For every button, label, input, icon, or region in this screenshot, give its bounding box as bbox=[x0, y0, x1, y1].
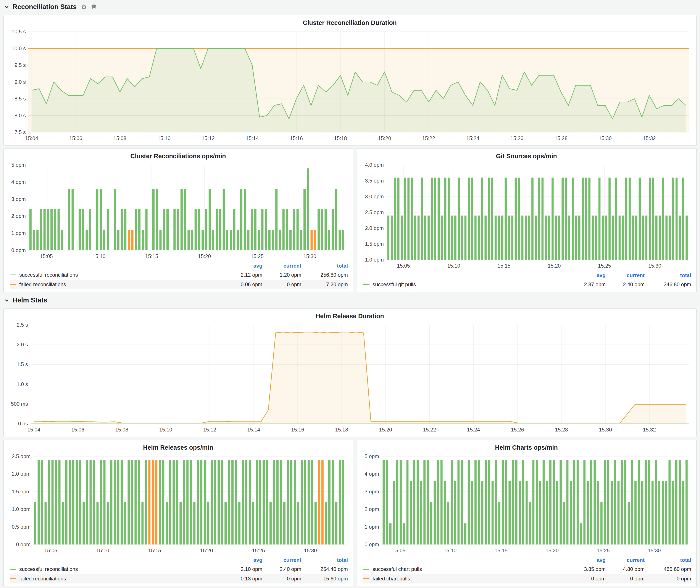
legend-row: failed reconciliations 0.06 opm 0 opm 7.… bbox=[10, 280, 348, 289]
legend-avg-header[interactable]: avg bbox=[567, 272, 606, 278]
legend-current-header[interactable]: current bbox=[606, 557, 645, 563]
svg-text:15:10: 15:10 bbox=[159, 427, 172, 433]
legend-avg-value: 2.10 opm bbox=[223, 566, 262, 572]
panel-title[interactable]: Cluster Reconciliation Duration bbox=[7, 18, 693, 29]
svg-text:15:30: 15:30 bbox=[599, 427, 612, 433]
svg-text:1.0 opm: 1.0 opm bbox=[365, 257, 384, 263]
series-marker bbox=[10, 275, 16, 275]
legend-current-value: 2.40 opm bbox=[606, 281, 645, 288]
svg-text:3 opm: 3 opm bbox=[11, 196, 26, 202]
svg-text:15:20: 15:20 bbox=[378, 135, 391, 141]
helm-releases-ops-chart[interactable]: 0 opm0.5 opm1.0 opm1.5 opm2.0 opm2.5 opm… bbox=[7, 453, 350, 556]
section-reconciliation-stats[interactable]: Reconciliation Stats ⚙ bbox=[3, 2, 697, 12]
series-label[interactable]: successful git pulls bbox=[373, 281, 416, 288]
panel-cluster-reconciliation-duration: Cluster Reconciliation Duration 7.5 s8.0… bbox=[3, 15, 697, 145]
svg-text:2.0 s: 2.0 s bbox=[17, 342, 28, 347]
legend-row: successful reconciliations 2.12 opm 1.20… bbox=[10, 270, 348, 280]
git-sources-ops-chart[interactable]: 1.0 opm1.5 opm2.0 opm2.5 opm3.0 opm3.5 o… bbox=[360, 162, 693, 271]
panel-title[interactable]: Cluster Reconciliations ops/min bbox=[7, 151, 350, 162]
cluster-reconciliation-duration-chart[interactable]: 7.5 s8.0 s8.5 s9.0 s9.5 s10.0 s10.5 s15:… bbox=[7, 29, 693, 144]
legend-avg-header[interactable]: avg bbox=[567, 557, 606, 563]
series-label[interactable]: successful reconciliations bbox=[19, 566, 78, 572]
legend-current-value: 0 opm bbox=[262, 281, 301, 288]
series-label[interactable]: failed reconciliations bbox=[19, 576, 66, 582]
legend-total-header[interactable]: total bbox=[301, 557, 348, 563]
svg-text:0 opm: 0 opm bbox=[16, 541, 31, 547]
svg-text:0.5 opm: 0.5 opm bbox=[12, 524, 31, 530]
legend-avg-header[interactable]: avg bbox=[223, 557, 262, 563]
legend: avg current total successful chart pulls… bbox=[360, 556, 693, 584]
series-label[interactable]: failed chart pulls bbox=[373, 576, 410, 582]
svg-text:15:30: 15:30 bbox=[304, 548, 317, 553]
svg-text:15:08: 15:08 bbox=[113, 135, 126, 141]
legend-current-header[interactable]: current bbox=[262, 263, 301, 269]
legend-current-header[interactable]: current bbox=[606, 272, 645, 278]
svg-text:2.5 s: 2.5 s bbox=[17, 322, 28, 328]
svg-text:1.5 s: 1.5 s bbox=[17, 361, 28, 367]
legend-current-value: 0 opm bbox=[606, 576, 645, 582]
svg-text:0 ns: 0 ns bbox=[18, 421, 28, 426]
svg-text:15:08: 15:08 bbox=[115, 427, 128, 433]
series-label[interactable]: failed reconciliations bbox=[19, 281, 66, 288]
svg-text:4 opm: 4 opm bbox=[365, 471, 379, 477]
gear-icon[interactable]: ⚙ bbox=[81, 4, 87, 10]
panel-title[interactable]: Helm Release Duration bbox=[7, 311, 693, 322]
legend-current-value: 0 opm bbox=[262, 576, 301, 582]
series-label[interactable]: successful reconciliations bbox=[19, 272, 78, 278]
legend-total-header[interactable]: total bbox=[645, 272, 691, 278]
svg-text:2.5 opm: 2.5 opm bbox=[365, 209, 384, 215]
svg-text:2 opm: 2 opm bbox=[11, 213, 26, 219]
legend-avg-value: 0 opm bbox=[567, 576, 606, 582]
legend-current-header[interactable]: current bbox=[262, 557, 301, 563]
svg-text:1.0 s: 1.0 s bbox=[17, 381, 28, 387]
svg-text:15:10: 15:10 bbox=[444, 548, 456, 553]
svg-text:15:26: 15:26 bbox=[510, 135, 523, 141]
svg-text:15:20: 15:20 bbox=[379, 427, 392, 433]
legend-total-value: 465.60 opm bbox=[645, 566, 691, 572]
legend-header-row: avg current total bbox=[10, 262, 348, 270]
trash-icon[interactable] bbox=[91, 4, 97, 10]
section-helm-stats[interactable]: Helm Stats bbox=[3, 295, 697, 305]
svg-text:4.0 opm: 4.0 opm bbox=[365, 162, 384, 168]
series-marker bbox=[10, 569, 16, 570]
series-label[interactable]: successful chart pulls bbox=[373, 566, 422, 572]
legend-total-header[interactable]: total bbox=[645, 557, 691, 563]
legend-total-header[interactable]: total bbox=[301, 263, 348, 269]
legend-total-value: 7.20 opm bbox=[301, 281, 348, 288]
panel-title[interactable]: Git Sources ops/min bbox=[360, 151, 693, 162]
svg-text:15:16: 15:16 bbox=[291, 427, 304, 433]
cluster-reconciliations-ops-chart[interactable]: 0 opm1 opm2 opm3 opm4 opm5 opm15:0515:10… bbox=[7, 162, 350, 262]
legend-avg-header[interactable]: avg bbox=[223, 263, 262, 269]
svg-text:15:05: 15:05 bbox=[44, 548, 57, 553]
legend-avg-value: 0.06 opm bbox=[223, 281, 262, 288]
svg-text:2 opm: 2 opm bbox=[365, 506, 379, 512]
svg-text:15:15: 15:15 bbox=[148, 548, 161, 553]
svg-text:15:22: 15:22 bbox=[422, 135, 435, 141]
svg-text:15:05: 15:05 bbox=[397, 263, 410, 269]
legend: avg current total successful reconciliat… bbox=[7, 262, 350, 290]
svg-text:2.0 opm: 2.0 opm bbox=[365, 225, 384, 231]
svg-text:15:20: 15:20 bbox=[546, 548, 559, 553]
panel-git-sources-ops: Git Sources ops/min 1.0 opm1.5 opm2.0 op… bbox=[357, 149, 697, 292]
legend-row: failed chart pulls 0 opm 0 opm 0 opm bbox=[363, 574, 691, 583]
svg-text:8.5 s: 8.5 s bbox=[15, 96, 26, 102]
panel-title[interactable]: Helm Releases ops/min bbox=[7, 442, 350, 453]
svg-text:1 opm: 1 opm bbox=[365, 524, 379, 530]
svg-text:15:22: 15:22 bbox=[423, 427, 436, 433]
legend-avg-value: 3.85 opm bbox=[567, 566, 606, 572]
svg-text:15:26: 15:26 bbox=[511, 427, 524, 433]
legend-avg-value: 2.12 opm bbox=[223, 272, 262, 278]
panel-helm-release-duration: Helm Release Duration 0 ns500 ms1.0 s1.5… bbox=[3, 309, 697, 437]
helm-charts-ops-chart[interactable]: 0 opm1 opm2 opm3 opm4 opm5 opm15:0515:10… bbox=[360, 453, 693, 556]
panel-helm-charts-ops: Helm Charts ops/min 0 opm1 opm2 opm3 opm… bbox=[357, 440, 697, 586]
legend-row: successful chart pulls 3.85 opm 4.80 opm… bbox=[363, 564, 691, 574]
helm-release-duration-chart[interactable]: 0 ns500 ms1.0 s1.5 s2.0 s2.5 s15:0415:06… bbox=[7, 322, 693, 435]
legend-current-value: 2.40 opm bbox=[262, 566, 301, 572]
panel-title[interactable]: Helm Charts ops/min bbox=[360, 442, 693, 453]
svg-text:15:14: 15:14 bbox=[246, 135, 259, 141]
svg-text:15:24: 15:24 bbox=[466, 135, 479, 141]
svg-text:15:18: 15:18 bbox=[334, 135, 347, 141]
svg-text:15:10: 15:10 bbox=[96, 548, 109, 553]
svg-text:8.0 s: 8.0 s bbox=[15, 113, 26, 118]
section-title: Reconciliation Stats bbox=[13, 3, 77, 11]
